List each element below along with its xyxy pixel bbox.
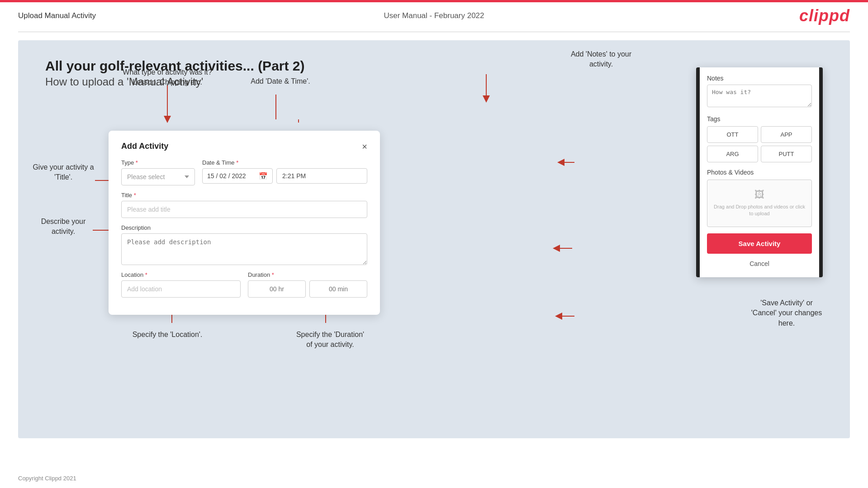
cancel-button[interactable]: Cancel xyxy=(707,257,812,270)
footer: Copyright Clippd 2021 xyxy=(18,475,76,482)
description-input[interactable] xyxy=(121,233,367,265)
title-label: Title * xyxy=(121,192,367,199)
dialog-header: Add Activity × xyxy=(121,142,367,151)
upload-text: Drag and Drop photos and videos or click… xyxy=(712,204,807,218)
datetime-label: Date & Time * xyxy=(202,159,367,166)
annotation-type: What type of activity was it?Lesson, Chi… xyxy=(122,67,213,88)
date-picker[interactable]: 📅 xyxy=(202,168,273,184)
annotation-duration: Specify the 'Duration'of your activity. xyxy=(280,330,380,350)
description-label: Description xyxy=(121,224,367,231)
close-button[interactable]: × xyxy=(362,142,367,151)
location-duration-row: Location * Duration * xyxy=(121,271,367,298)
annotation-save: 'Save Activity' or'Cancel' your changesh… xyxy=(737,298,836,328)
dialog-title: Add Activity xyxy=(121,142,168,151)
time-input[interactable] xyxy=(276,168,367,184)
duration-inputs xyxy=(248,280,367,298)
type-label: Type * xyxy=(121,159,195,166)
location-group: Location * xyxy=(121,271,241,298)
photos-upload-area[interactable]: 🖼 Drag and Drop photos and videos or cli… xyxy=(707,180,812,227)
notes-input[interactable] xyxy=(707,85,812,107)
tags-grid: OTT APP ARG PUTT xyxy=(707,126,812,162)
date-input[interactable] xyxy=(207,172,257,180)
photos-label: Photos & Videos xyxy=(707,169,812,176)
duration-hr-input[interactable] xyxy=(248,280,306,298)
datetime-group: Date & Time * 📅 xyxy=(202,159,367,185)
annotation-description: Describe youractivity. xyxy=(32,217,95,237)
manual-subtitle: User Manual - February 2022 xyxy=(384,11,484,20)
add-activity-dialog: Add Activity × Type * Please select Date… xyxy=(109,131,380,315)
main-content: All your golf-relevant activities... (Pa… xyxy=(18,40,850,438)
title-group: Title * xyxy=(121,192,367,218)
notes-label: Notes xyxy=(707,75,812,82)
divider xyxy=(18,32,850,32)
description-group: Description xyxy=(121,224,367,265)
duration-label: Duration * xyxy=(248,271,367,278)
annotation-title: Give your activity a'Title'. xyxy=(32,162,95,183)
phone-panel: Notes Tags OTT APP ARG PUTT Photos & Vid… xyxy=(696,67,823,277)
tag-putt[interactable]: PUTT xyxy=(761,146,812,162)
page-title: Upload Manual Activity xyxy=(18,11,96,20)
duration-min-input[interactable] xyxy=(309,280,367,298)
tag-ott[interactable]: OTT xyxy=(707,126,758,143)
tag-app[interactable]: APP xyxy=(761,126,812,143)
logo: clippd xyxy=(799,6,850,25)
type-datetime-row: Type * Please select Date & Time * 📅 xyxy=(121,159,367,185)
location-label: Location * xyxy=(121,271,241,278)
annotation-location: Specify the 'Location'. xyxy=(122,330,213,340)
photo-icon: 🖼 xyxy=(712,189,807,201)
type-select[interactable]: Please select xyxy=(121,168,195,185)
annotation-datetime: Add 'Date & Time'. xyxy=(240,76,321,86)
calendar-icon[interactable]: 📅 xyxy=(259,172,268,180)
title-input[interactable] xyxy=(121,201,367,218)
duration-group: Duration * xyxy=(248,271,367,298)
save-activity-button[interactable]: Save Activity xyxy=(707,233,812,254)
annotation-notes: Add 'Notes' to youractivity. xyxy=(556,49,646,70)
location-input[interactable] xyxy=(121,280,241,298)
tag-arg[interactable]: ARG xyxy=(707,146,758,162)
type-group: Type * Please select xyxy=(121,159,195,185)
tags-label: Tags xyxy=(707,115,812,123)
